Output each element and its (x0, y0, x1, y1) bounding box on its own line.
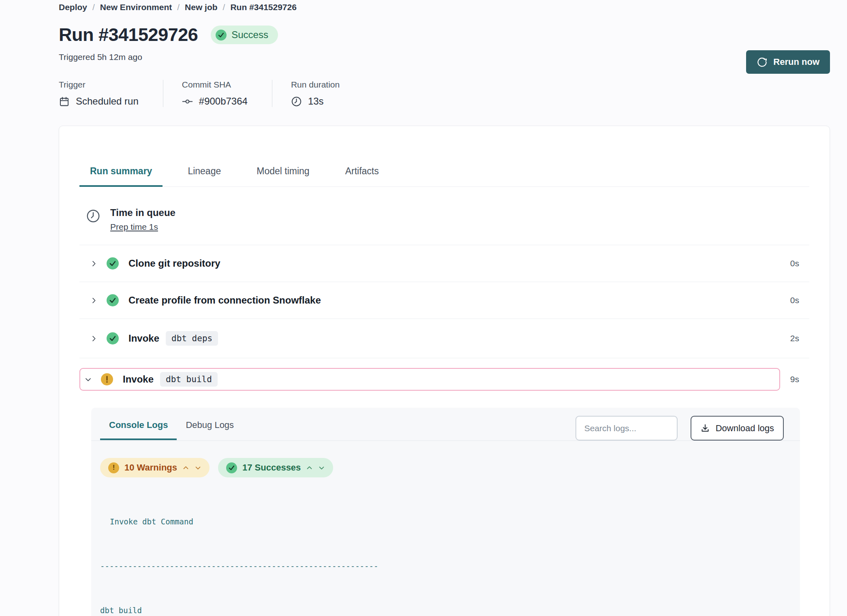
meta-trigger: Trigger Scheduled run (59, 80, 163, 107)
log-separator-line: ----------------------------------------… (100, 559, 789, 574)
time-in-queue-title: Time in queue (110, 207, 175, 218)
duration-label: Run duration (291, 80, 340, 90)
commit-value: #900b7364 (199, 96, 248, 107)
warning-icon (101, 373, 113, 385)
chevron-right-icon[interactable] (90, 260, 98, 267)
page-title: Run #341529726 (59, 24, 198, 45)
console-log-output: Invoke dbt Command ---------------------… (91, 477, 800, 616)
step-command-chip: dbt build (160, 372, 218, 387)
trigger-value: Scheduled run (76, 96, 139, 107)
step-duration: 9s (780, 374, 809, 384)
run-header: Run #341529726 Success Triggered 5h 12m … (59, 24, 830, 62)
step-clone-git-repository[interactable]: Clone git repository 0s (79, 245, 809, 282)
status-badge: Success (211, 26, 278, 44)
success-check-icon (226, 462, 237, 473)
breadcrumb-deploy[interactable]: Deploy (59, 2, 87, 12)
run-meta: Trigger Scheduled run Commit SHA #900b73… (59, 80, 830, 107)
triggered-timestamp: Triggered 5h 12m ago (59, 52, 830, 62)
search-logs-input[interactable] (575, 416, 678, 441)
success-check-icon (107, 257, 119, 270)
success-check-icon (107, 294, 119, 306)
tab-console-logs[interactable]: Console Logs (100, 408, 177, 440)
calendar-icon (59, 96, 70, 107)
success-next-chevron-down-icon[interactable] (318, 464, 325, 471)
breadcrumb-current-run: Run #341529726 (230, 2, 296, 12)
step-label: Clone git repository (128, 258, 220, 269)
rerun-button-label: Rerun now (773, 57, 819, 67)
download-icon (700, 424, 710, 433)
warnings-badge-label: 10 Warnings (124, 462, 177, 473)
success-prev-chevron-up-icon[interactable] (306, 464, 313, 471)
tab-lineage[interactable]: Lineage (177, 166, 231, 187)
duration-value: 13s (308, 96, 324, 107)
step-label: Create profile from connection Snowflake (128, 295, 321, 306)
logs-panel: Console Logs Debug Logs Download logs ! … (91, 408, 800, 616)
download-logs-button[interactable]: Download logs (691, 416, 784, 441)
trigger-label: Trigger (59, 80, 139, 90)
chevron-right-icon[interactable] (90, 335, 98, 342)
tab-debug-logs[interactable]: Debug Logs (177, 408, 243, 440)
time-in-queue-section: Time in queue Prep time 1s (79, 187, 809, 245)
tab-artifacts[interactable]: Artifacts (335, 166, 389, 187)
step-command-chip: dbt deps (166, 331, 218, 346)
breadcrumb-separator: / (223, 2, 225, 12)
commit-icon (182, 96, 193, 107)
breadcrumb-new-environment[interactable]: New Environment (100, 2, 172, 12)
breadcrumb: Deploy / New Environment / New job / Run… (59, 2, 830, 12)
chevron-right-icon[interactable] (90, 297, 98, 304)
step-duration: 0s (780, 295, 809, 305)
step-label: Invoke (123, 374, 154, 385)
breadcrumb-separator: / (177, 2, 180, 12)
download-logs-label: Download logs (716, 423, 774, 434)
warning-next-chevron-down-icon[interactable] (195, 464, 201, 471)
step-invoke-dbt-build: Invoke dbt build 9s (79, 368, 809, 391)
logs-header: Console Logs Debug Logs Download logs (91, 408, 800, 441)
expanded-step-box[interactable]: Invoke dbt build (79, 368, 780, 391)
step-duration: 2s (780, 334, 809, 343)
log-command-title: Invoke dbt Command (100, 514, 789, 529)
log-filter-badges: ! 10 Warnings 17 Successes (91, 441, 800, 477)
successes-badge: 17 Successes (218, 458, 333, 477)
status-badge-label: Success (231, 29, 268, 41)
breadcrumb-new-job[interactable]: New job (185, 2, 218, 12)
step-create-profile[interactable]: Create profile from connection Snowflake… (79, 282, 809, 319)
step-invoke-dbt-deps[interactable]: Invoke dbt deps 2s (79, 319, 809, 358)
step-label: Invoke (128, 333, 159, 344)
step-duration: 0s (780, 259, 809, 268)
commit-label: Commit SHA (182, 80, 248, 90)
rerun-now-button[interactable]: Rerun now (746, 50, 830, 74)
meta-commit: Commit SHA #900b7364 (182, 80, 272, 107)
warnings-badge: ! 10 Warnings (100, 458, 210, 477)
chevron-down-icon[interactable] (84, 376, 92, 383)
clock-icon (291, 96, 302, 107)
warning-prev-chevron-up-icon[interactable] (182, 464, 189, 471)
breadcrumb-separator: / (92, 2, 95, 12)
run-tabs: Run summary Lineage Model timing Artifac… (79, 126, 809, 187)
warning-icon: ! (108, 462, 119, 473)
rerun-icon (757, 57, 768, 68)
success-check-icon (107, 332, 119, 344)
tab-model-timing[interactable]: Model timing (246, 166, 320, 187)
meta-duration: Run duration 13s (291, 80, 364, 107)
success-check-icon (216, 30, 227, 41)
run-detail-page: Deploy / New Environment / New job / Run… (0, 0, 847, 616)
run-summary-card: Run summary Lineage Model timing Artifac… (59, 126, 830, 616)
log-command: dbt build (100, 603, 789, 616)
successes-badge-label: 17 Successes (242, 462, 301, 473)
tab-run-summary[interactable]: Run summary (79, 166, 163, 187)
prep-time-link[interactable]: Prep time 1s (110, 222, 158, 232)
clock-icon (86, 209, 101, 223)
